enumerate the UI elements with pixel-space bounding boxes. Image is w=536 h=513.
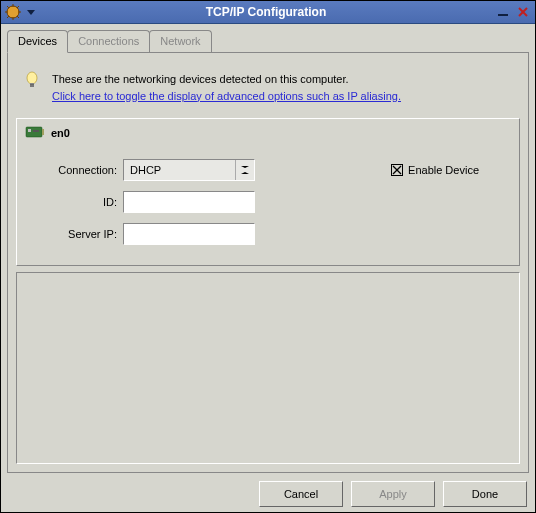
device-panel: en0 Connection: DHCP — [16, 118, 520, 266]
close-button[interactable] — [514, 4, 532, 20]
window: TCP/IP Configuration Devices Connections… — [0, 0, 536, 513]
svg-marker-21 — [241, 166, 249, 168]
tab-connections[interactable]: Connections — [67, 30, 150, 52]
svg-line-6 — [17, 16, 19, 18]
hint-text-line1: These are the networking devices detecte… — [52, 73, 349, 85]
enable-device-checkbox[interactable]: Enable Device — [391, 164, 479, 176]
svg-line-8 — [17, 6, 19, 8]
window-title: TCP/IP Configuration — [38, 5, 494, 19]
svg-line-5 — [7, 6, 9, 8]
svg-point-13 — [27, 72, 37, 84]
app-icon — [4, 3, 22, 21]
id-label: ID: — [27, 196, 123, 208]
svg-rect-14 — [30, 83, 34, 87]
done-button[interactable]: Done — [443, 481, 527, 507]
lightbulb-icon — [24, 71, 42, 93]
chevron-down-icon — [235, 160, 254, 180]
svg-rect-18 — [28, 129, 31, 132]
svg-marker-9 — [27, 10, 35, 15]
checkbox-box — [391, 164, 403, 176]
tab-panel-devices: These are the networking devices detecte… — [7, 52, 529, 473]
tab-devices[interactable]: Devices — [7, 30, 68, 53]
button-row: Cancel Apply Done — [7, 473, 529, 507]
cancel-button[interactable]: Cancel — [259, 481, 343, 507]
content: Devices Connections Network T — [1, 24, 535, 513]
connection-select[interactable]: DHCP — [123, 159, 255, 181]
hint-row: These are the networking devices detecte… — [16, 61, 520, 118]
enable-device-label: Enable Device — [408, 164, 479, 176]
empty-panel — [16, 272, 520, 464]
network-card-icon — [25, 125, 45, 141]
svg-marker-22 — [241, 172, 249, 174]
tab-bar: Devices Connections Network — [7, 30, 529, 52]
svg-rect-20 — [42, 129, 44, 135]
toggle-advanced-link[interactable]: Click here to toggle the display of adva… — [52, 90, 401, 102]
titlebar-menu-dropdown[interactable] — [24, 3, 38, 21]
connection-label: Connection: — [27, 164, 123, 176]
id-input[interactable] — [123, 191, 255, 213]
minimize-button[interactable] — [494, 4, 512, 20]
apply-button[interactable]: Apply — [351, 481, 435, 507]
svg-rect-19 — [33, 130, 39, 132]
device-name: en0 — [51, 127, 70, 139]
svg-line-7 — [7, 16, 9, 18]
device-header: en0 — [17, 119, 519, 147]
connection-value: DHCP — [124, 164, 235, 176]
svg-rect-10 — [498, 14, 508, 16]
server-ip-input[interactable] — [123, 223, 255, 245]
tab-network[interactable]: Network — [149, 30, 211, 52]
server-ip-label: Server IP: — [27, 228, 123, 240]
titlebar: TCP/IP Configuration — [1, 1, 535, 24]
